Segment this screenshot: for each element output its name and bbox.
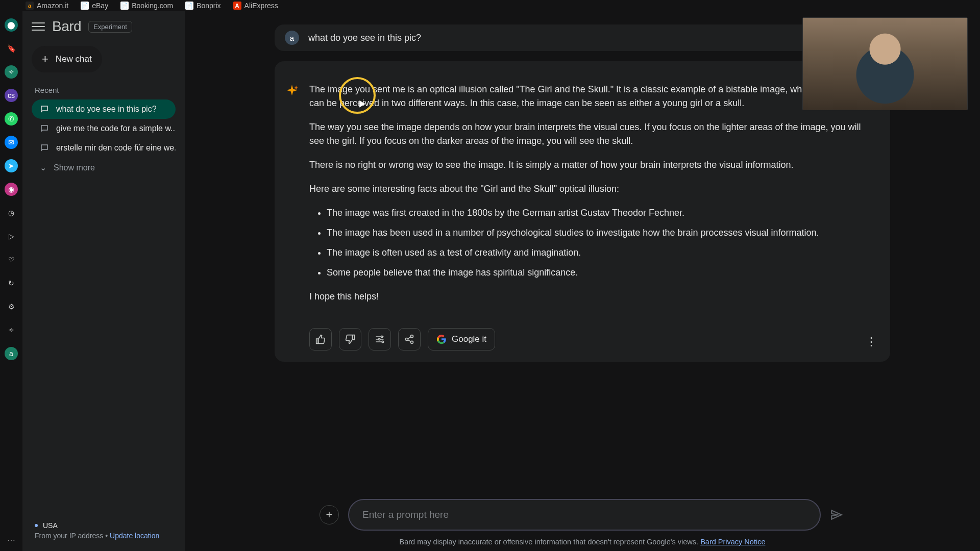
show-more-button[interactable]: ⌄ Show more: [32, 158, 176, 178]
add-attachment-button[interactable]: +: [320, 505, 339, 524]
response-paragraph: There is no right or wrong way to see th…: [309, 158, 875, 172]
sep: •: [105, 532, 110, 540]
left-rail: ⬤ 🔖 ✧ cs ✆ ✉ ➤ ◉ ◷ ▷ ♡ ↻ ⚙ ✧ a ⋯: [0, 11, 22, 551]
rail-settings-icon[interactable]: ⚙: [5, 300, 18, 313]
bookmark-label: Booking.com: [132, 2, 173, 10]
new-chat-label: New chat: [56, 54, 92, 64]
bookmark-aliexpress[interactable]: A AliExpress: [233, 2, 278, 10]
bard-spark-icon: [285, 84, 299, 98]
chevron-down-icon: ⌄: [40, 163, 46, 172]
thumbs-up-icon: [315, 334, 326, 344]
thumbs-down-icon: [345, 334, 355, 344]
amazon-icon: a: [26, 2, 34, 10]
response-paragraph: Here are some interesting facts about th…: [309, 182, 875, 196]
rail-wand-icon[interactable]: ✧: [5, 323, 18, 337]
location-dot-icon: [35, 524, 38, 527]
thumbs-down-button[interactable]: [339, 328, 361, 350]
rail-app-active[interactable]: ✧: [5, 65, 18, 79]
rail-telegram-icon[interactable]: ➤: [5, 159, 18, 172]
tune-icon: [375, 334, 385, 344]
response-text: The image you sent me is an optical illu…: [309, 83, 875, 314]
disclaimer-text: Bard may display inaccurate or offensive…: [400, 538, 699, 546]
bookmark-label: Amazon.it: [37, 2, 68, 10]
rail-whatsapp-icon[interactable]: ✆: [5, 112, 18, 126]
response-more-button[interactable]: ⋮: [866, 335, 877, 348]
response-bullet: The image has been used in a number of p…: [327, 226, 875, 240]
user-message-card: a what do yoe see in this pic?: [275, 24, 890, 51]
user-message-text: what do yoe see in this pic?: [308, 33, 421, 43]
response-card: View other d The image you sent me is an…: [275, 61, 890, 362]
ali-icon: A: [233, 2, 241, 10]
tune-button[interactable]: [369, 328, 391, 350]
google-it-button[interactable]: Google it: [428, 328, 495, 350]
plus-icon: +: [326, 508, 333, 521]
svg-point-5: [411, 341, 413, 343]
chat-icon: [40, 124, 49, 133]
location-source: From your IP address: [35, 532, 103, 540]
chat-icon: [40, 105, 49, 114]
recent-item-label: give me the code for a simple w...: [56, 124, 176, 133]
response-bullet: The image was first created in the 1800s…: [327, 206, 875, 220]
brand-title: Bard: [52, 18, 81, 35]
bookmark-bar: a Amazon.it 📄 eBay 📄 Booking.com 📄 Bonpr…: [0, 0, 980, 11]
response-closing: I hope this helps!: [309, 290, 875, 304]
recent-item[interactable]: erstelle mir den code für eine we...: [32, 138, 176, 158]
menu-icon[interactable]: [32, 22, 45, 31]
doc-icon: 📄: [185, 2, 193, 10]
response-bullet-list: The image was first created in the 1800s…: [327, 206, 875, 280]
recent-item-active[interactable]: what do yoe see in this pic?: [32, 99, 176, 119]
rail-app-1[interactable]: ⬤: [5, 18, 18, 32]
svg-point-2: [382, 341, 383, 342]
prompt-input[interactable]: [348, 499, 821, 531]
doc-icon: 📄: [81, 2, 89, 10]
bookmark-label: eBay: [92, 2, 108, 10]
rail-bookmark-icon[interactable]: 🔖: [5, 42, 18, 55]
rail-more-icon[interactable]: ⋯: [7, 535, 15, 545]
google-logo-icon: [436, 334, 447, 344]
privacy-link[interactable]: Bard Privacy Notice: [700, 538, 765, 546]
prompt-area: + Bard may display inaccurate or offensi…: [185, 499, 980, 547]
new-chat-button[interactable]: + New chat: [32, 46, 102, 72]
share-button[interactable]: [398, 328, 421, 350]
rail-clock-icon[interactable]: ◷: [5, 206, 18, 219]
response-paragraph: The image you sent me is an optical illu…: [309, 83, 875, 110]
experiment-badge: Experiment: [88, 21, 132, 33]
rail-instagram-icon[interactable]: ◉: [5, 183, 18, 196]
bookmark-bonprix[interactable]: 📄 Bonprix: [185, 2, 220, 10]
show-more-label: Show more: [54, 163, 95, 172]
bookmark-booking[interactable]: 📄 Booking.com: [120, 2, 173, 10]
bookmark-ebay[interactable]: 📄 eBay: [81, 2, 108, 10]
svg-point-3: [411, 335, 413, 338]
recent-item-label: erstelle mir den code für eine we...: [56, 143, 176, 153]
bookmark-label: AliExpress: [244, 2, 278, 10]
recent-heading: Recent: [35, 86, 173, 94]
rail-history-icon[interactable]: ↻: [5, 277, 18, 290]
chat-icon: [40, 143, 49, 153]
recent-item[interactable]: give me the code for a simple w...: [32, 119, 176, 138]
send-button[interactable]: [830, 507, 845, 522]
rail-app-purple[interactable]: cs: [5, 89, 18, 102]
country-label: USA: [43, 521, 58, 530]
user-avatar: a: [285, 31, 299, 45]
location-block: USA From your IP address • Update locati…: [32, 521, 176, 544]
recent-item-label: what do yoe see in this pic?: [56, 105, 157, 114]
webcam-overlay: [802, 17, 968, 110]
svg-point-1: [379, 338, 380, 340]
google-it-label: Google it: [452, 334, 486, 344]
send-icon: [830, 508, 843, 521]
update-location-link[interactable]: Update location: [110, 532, 159, 540]
response-action-bar: Google it: [309, 328, 875, 350]
svg-point-0: [381, 336, 383, 337]
bookmark-amazon[interactable]: a Amazon.it: [26, 2, 68, 10]
svg-point-4: [406, 338, 408, 341]
rail-send-icon[interactable]: ▷: [5, 230, 18, 243]
bookmark-label: Bonprix: [197, 2, 220, 10]
thumbs-up-button[interactable]: [309, 328, 332, 350]
sidebar: Bard Experiment + New chat Recent what d…: [22, 11, 185, 551]
main-content: a what do yoe see in this pic? View othe…: [185, 11, 980, 551]
rail-app-green[interactable]: a: [5, 347, 18, 360]
doc-icon: 📄: [120, 2, 129, 10]
rail-heart-icon[interactable]: ♡: [5, 253, 18, 266]
rail-messenger-icon[interactable]: ✉: [5, 136, 18, 149]
response-paragraph: The way you see the image depends on how…: [309, 120, 875, 148]
